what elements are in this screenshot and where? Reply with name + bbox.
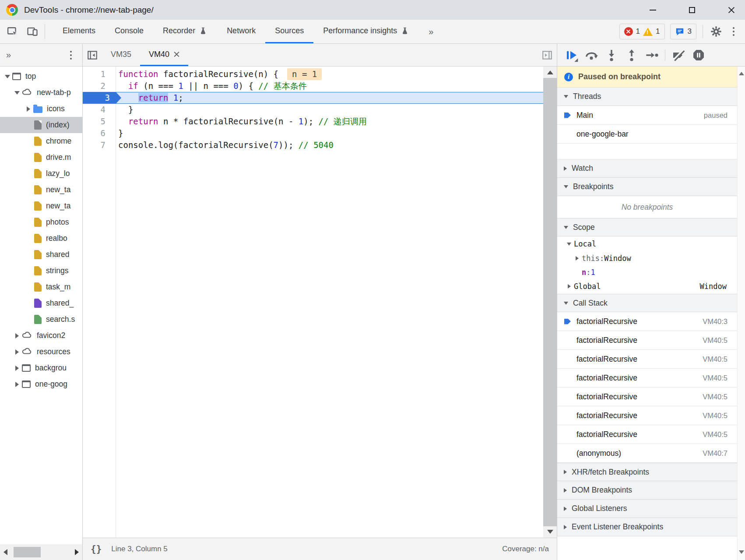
main-menu-button[interactable] [728,27,739,36]
more-navigator-tabs-button[interactable]: » [6,50,11,60]
chevron-right-icon[interactable] [13,349,21,355]
call-stack-frame-anonymous[interactable]: (anonymous) VM40:7 [557,444,737,463]
tree-item-strings[interactable]: strings [0,263,82,279]
horizontal-scrollbar[interactable] [0,544,82,560]
xhr-breakpoints-section-header[interactable]: XHR/fetch Breakpoints [557,463,737,481]
line-number[interactable]: 7 [83,139,116,151]
navigator-menu-button[interactable] [66,51,76,60]
line-number[interactable]: 2 [83,80,116,92]
code-line-7[interactable]: console.log(factorialRecursive(7)); // 5… [116,139,543,151]
close-tab-icon[interactable] [174,52,179,57]
tree-item-drive[interactable]: drive.m [0,149,82,166]
call-stack-section-header[interactable]: Call Stack [557,294,737,312]
call-stack-frame[interactable]: factorialRecursive VM40:5 [557,425,737,444]
tree-item-background[interactable]: backgrou [0,360,82,376]
editor-tab-vm40[interactable]: VM40 [140,44,188,66]
hide-navigator-button[interactable] [83,44,102,66]
watch-section-header[interactable]: Watch [557,159,737,178]
chevron-right-icon[interactable] [13,333,21,338]
tree-item-task-module[interactable]: task_m [0,279,82,295]
call-stack-frame[interactable]: factorialRecursive VM40:5 [557,387,737,406]
tab-sources[interactable]: Sources [265,20,313,43]
code-line-6[interactable]: } [116,127,543,139]
tree-item-icons-folder[interactable]: icons [0,101,82,117]
scrollbar-thumb[interactable] [14,547,41,557]
more-panels-button[interactable]: » [419,20,443,43]
step-button[interactable] [643,46,661,64]
scroll-left-icon[interactable] [4,549,7,555]
tree-item-lazy-load[interactable]: lazy_lo [0,166,82,182]
call-stack-frame-active[interactable]: factorialRecursive VM40:3 [557,312,737,331]
line-number-gutter[interactable]: 1 2 3 4 5 6 7 [83,67,116,538]
tree-item-one-google-bar[interactable]: one-goog [0,376,82,392]
code-line-3-paused[interactable]: return 1; [116,92,543,104]
tree-item-favicon2[interactable]: favicon2 [0,328,82,344]
code-editor[interactable]: function factorialRecursive(n) {n = 1 if… [116,67,543,538]
scroll-right-icon[interactable] [75,549,79,555]
tab-elements[interactable]: Elements [53,20,105,43]
code-line-4[interactable]: } [116,104,543,116]
tab-recorder[interactable]: Recorder [153,20,217,43]
code-line-5[interactable]: return n * factorialRecursive(n - 1); //… [116,116,543,127]
chevron-down-icon[interactable] [4,75,11,78]
line-number[interactable]: 4 [83,104,116,116]
sidebar-scrollbar[interactable] [737,67,745,560]
tab-performance-insights[interactable]: Performance insights [313,20,419,43]
tree-item-new-tab-2[interactable]: new_ta [0,198,82,214]
tab-network[interactable]: Network [217,20,265,43]
chevron-down-icon[interactable] [13,91,21,95]
tree-item-search[interactable]: search.s [0,311,82,328]
event-listener-breakpoints-section-header[interactable]: Event Listener Breakpoints [557,518,737,536]
breakpoints-section-header[interactable]: Breakpoints [557,178,737,196]
chevron-down-icon[interactable] [564,243,574,246]
tab-console[interactable]: Console [105,20,153,43]
tree-item-chrome[interactable]: chrome [0,133,82,149]
code-line-1[interactable]: function factorialRecursive(n) {n = 1 [116,68,543,80]
scroll-up-icon[interactable] [547,70,553,74]
chevron-right-icon[interactable] [25,106,32,112]
scroll-down-icon[interactable] [739,550,744,554]
close-button[interactable] [718,0,745,20]
tree-item-shared[interactable]: shared [0,247,82,263]
issues-badge[interactable]: 3 [670,24,696,39]
tree-item-index[interactable]: (index) [0,117,82,133]
scrollbar-thumb[interactable] [543,78,557,526]
scope-section-header[interactable]: Scope [557,218,737,236]
call-stack-frame[interactable]: factorialRecursive VM40:5 [557,406,737,425]
step-out-button[interactable] [623,46,640,64]
scroll-down-icon[interactable] [547,530,553,534]
device-toolbar-button[interactable] [25,25,39,39]
tree-item-resources[interactable]: resources [0,344,82,360]
thread-row-one-google-bar[interactable]: one-google-bar [557,125,737,144]
chevron-right-icon[interactable] [572,256,582,261]
chevron-right-icon[interactable] [13,366,21,371]
editor-vertical-scrollbar[interactable] [543,67,557,538]
deactivate-breakpoints-button[interactable] [670,46,687,64]
errors-warnings-badge[interactable]: 1 1 [619,24,665,39]
tree-item-new-tab-page[interactable]: new-tab-p [0,85,82,101]
show-debugger-panel-button[interactable] [538,44,557,66]
scroll-up-icon[interactable] [739,72,744,75]
call-stack-frame[interactable]: factorialRecursive VM40:5 [557,350,737,369]
scope-this[interactable]: this: Window [557,251,737,265]
step-over-button[interactable] [583,46,600,64]
tree-item-shared-style[interactable]: shared_ [0,295,82,311]
chevron-right-icon[interactable] [13,382,21,387]
chevron-right-icon[interactable] [564,284,574,289]
call-stack-frame[interactable]: factorialRecursive VM40:5 [557,331,737,350]
maximize-button[interactable] [678,0,706,20]
code-line-2[interactable]: if (n === 1 || n === 0) { // 基本条件 [116,80,543,92]
scope-n[interactable]: n: 1 [557,265,737,279]
line-number[interactable]: 5 [83,116,116,127]
step-into-button[interactable] [603,46,620,64]
settings-button[interactable] [709,25,723,39]
global-listeners-section-header[interactable]: Global Listeners [557,500,737,518]
threads-section-header[interactable]: Threads [557,88,737,106]
tree-item-top[interactable]: top [0,68,82,85]
tree-item-realbox[interactable]: realbo [0,230,82,247]
line-number-paused[interactable]: 3 [83,92,116,104]
tree-item-photos[interactable]: photos [0,214,82,230]
call-stack-frame[interactable]: factorialRecursive VM40:5 [557,369,737,387]
inspect-element-button[interactable] [5,25,19,39]
tree-item-new-tab-1[interactable]: new_ta [0,182,82,198]
